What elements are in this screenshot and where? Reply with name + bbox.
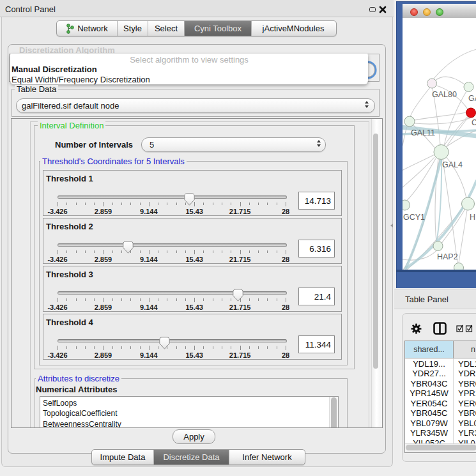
svg-text:HAP2: HAP2 [437, 252, 458, 261]
svg-text:GA: GA [468, 94, 476, 103]
svg-text:GCY1: GCY1 [403, 213, 425, 222]
svg-text:C: C [472, 118, 476, 127]
svg-text:GAL11: GAL11 [411, 128, 435, 137]
svg-text:GAL4: GAL4 [442, 160, 463, 169]
svg-text:GAL80: GAL80 [432, 90, 457, 99]
svg-text:H: H [470, 213, 475, 222]
